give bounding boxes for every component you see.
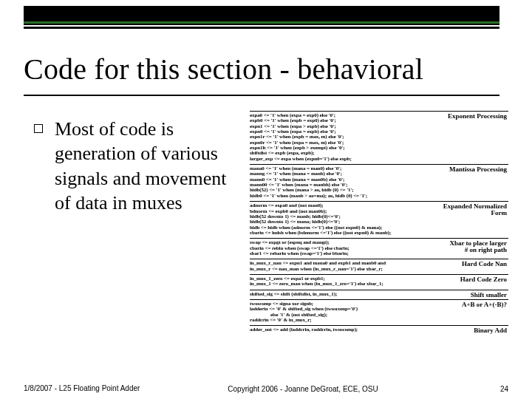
code-section: Hard Code Zeroin_mux_1_zero <= expa1 or … bbox=[250, 275, 508, 290]
code-line: hidb0 <= '1' when (manb > ao=ma); ao, hi… bbox=[250, 194, 508, 199]
footer-center: Copyright 2006 - Joanne DeGroat, ECE, OS… bbox=[142, 385, 464, 393]
code-section: Expanded Normalized Formadnorm <= expa0 … bbox=[250, 202, 508, 239]
section-label: Binary Add bbox=[474, 327, 507, 334]
code-section: Hard Code Nanin_mux_r_nan <= expn1 and m… bbox=[250, 259, 508, 275]
code-section: Binary Addadder_out <= add (laddcrin, ra… bbox=[250, 326, 508, 335]
title-underline bbox=[24, 95, 499, 96]
top-decoration-bar bbox=[24, 6, 499, 25]
section-label: Expanded Normalized Form bbox=[443, 203, 507, 216]
section-label: Mantissa Processing bbox=[449, 166, 507, 173]
code-section: Mantissa Processingmana0 <= '1' when (ma… bbox=[250, 165, 508, 202]
bullet-item: Most of code is generation of various si… bbox=[24, 117, 245, 215]
left-column: Most of code is generation of various si… bbox=[24, 111, 245, 358]
code-figure: Exponent Processingexpa0 <= '1' when (ex… bbox=[245, 111, 508, 358]
section-label: Hard Code Zero bbox=[460, 276, 507, 283]
section-label: Hard Code Nan bbox=[462, 261, 507, 267]
bullet-text: Most of code is generation of various si… bbox=[55, 117, 245, 215]
code-line: raddcrin <= '0' & in_mux_r; bbox=[250, 318, 508, 323]
slide: Code for this section - behavioral Most … bbox=[0, 0, 532, 399]
section-label: Exponent Processing bbox=[448, 113, 507, 120]
footer-left: 1/8/2007 - L25 Floating Point Adder bbox=[24, 384, 142, 393]
section-label: Xbar to place larger # on right path bbox=[449, 240, 507, 253]
slide-title: Code for this section - behavioral bbox=[24, 52, 508, 86]
code-line: shifted_sig <= shift (shiftdist, in_mux_… bbox=[250, 292, 508, 297]
code-line: cbarin <= lndsh when (bdenorm <='1') els… bbox=[250, 231, 508, 236]
code-section: Shift smallershifted_sig <= shift (shift… bbox=[250, 290, 508, 300]
footer-page-number: 24 bbox=[464, 385, 508, 393]
square-bullet-icon bbox=[34, 124, 43, 133]
code-section: Exponent Processingexpa0 <= '1' when (ex… bbox=[250, 112, 508, 165]
code-section: Xbar to place larger # on right pathswap… bbox=[250, 239, 508, 259]
footer: 1/8/2007 - L25 Floating Point Adder Copy… bbox=[24, 384, 508, 393]
code-section: A+B or A+(-B)?twoscomp <= signa xor sign… bbox=[250, 300, 508, 326]
body-area: Most of code is generation of various si… bbox=[24, 111, 508, 358]
section-label: Shift smaller bbox=[471, 292, 507, 299]
code-line: larger_exp <= expa when (expn0='1') else… bbox=[250, 157, 508, 162]
code-line: adder_out <= add (laddcrin, raddcrin, tw… bbox=[250, 327, 508, 332]
section-label: A+B or A+(-B)? bbox=[462, 301, 507, 308]
